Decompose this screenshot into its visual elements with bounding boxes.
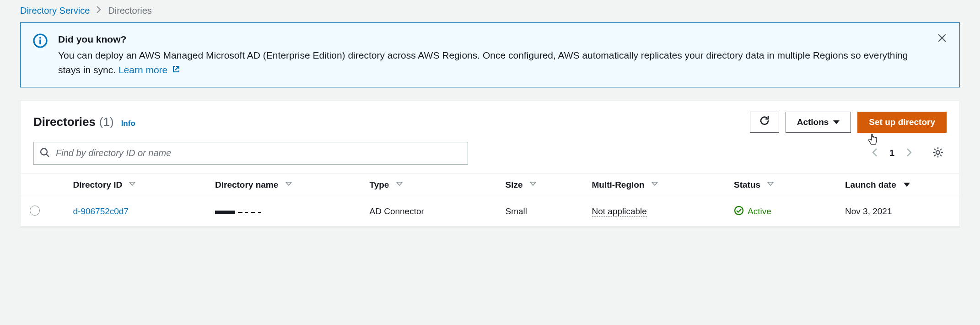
row-select-radio[interactable]	[30, 206, 40, 216]
setup-directory-button[interactable]: Set up directory	[857, 112, 947, 133]
page-next-button[interactable]	[903, 144, 915, 162]
gear-icon	[932, 153, 944, 160]
filter-icon	[530, 180, 536, 190]
column-type[interactable]: Type	[361, 173, 496, 197]
column-label: Directory name	[215, 180, 278, 190]
page-number: 1	[889, 148, 894, 158]
search-wrap	[33, 142, 468, 165]
close-icon	[937, 33, 947, 44]
status-label: Active	[748, 206, 771, 217]
column-size[interactable]: Size	[496, 173, 583, 197]
search-input[interactable]	[33, 142, 468, 165]
panel-count: (1)	[99, 115, 114, 129]
external-link-icon	[172, 65, 180, 75]
breadcrumb-current: Directories	[108, 5, 152, 16]
panel-title: Directories (1) Info	[33, 115, 135, 129]
refresh-button[interactable]	[750, 112, 779, 133]
actions-dropdown-button[interactable]: Actions	[786, 112, 851, 133]
column-status[interactable]: Status	[725, 173, 836, 197]
column-directory-name[interactable]: Directory name	[206, 173, 361, 197]
svg-point-5	[735, 206, 743, 215]
cell-size: Small	[496, 197, 583, 226]
svg-point-3	[41, 148, 47, 155]
column-label: Status	[734, 180, 760, 190]
banner-title: Did you know?	[58, 32, 921, 47]
svg-point-4	[936, 151, 940, 154]
cell-type: AD Connector	[361, 197, 496, 226]
panel-actions: Actions Set up directory	[750, 112, 947, 133]
pagination: 1	[868, 144, 947, 162]
learn-more-label: Learn more	[118, 65, 167, 75]
status-ok-icon	[734, 206, 744, 218]
table-settings-button[interactable]	[929, 144, 947, 162]
sort-desc-icon	[903, 180, 910, 190]
filter-icon	[129, 180, 135, 190]
filter-icon	[767, 180, 774, 190]
setup-directory-label: Set up directory	[869, 117, 935, 127]
chevron-left-icon	[871, 152, 878, 159]
chevron-right-icon	[96, 5, 102, 16]
actions-label: Actions	[797, 117, 829, 127]
breadcrumb: Directory Service Directories	[0, 0, 980, 22]
filter-icon	[285, 180, 292, 190]
column-label: Directory ID	[73, 180, 123, 190]
search-icon	[40, 147, 50, 159]
directories-table: Directory ID Directory name Type	[21, 173, 959, 227]
info-banner: Did you know? You can deploy an AWS Mana…	[20, 22, 960, 87]
filter-icon	[652, 180, 658, 190]
column-label: Multi-Region	[592, 180, 645, 190]
redacted-name	[215, 211, 261, 214]
column-select	[21, 173, 64, 197]
cell-status: Active	[725, 197, 836, 226]
learn-more-link[interactable]: Learn more	[118, 65, 180, 75]
directory-id-link[interactable]: d-906752c0d7	[73, 206, 129, 216]
column-directory-id[interactable]: Directory ID	[64, 173, 206, 197]
info-icon	[32, 32, 49, 49]
svg-rect-2	[39, 40, 41, 44]
banner-body: You can deploy an AWS Managed Microsoft …	[58, 50, 908, 76]
column-launch-date[interactable]: Launch date	[836, 173, 959, 197]
column-label: Type	[370, 180, 389, 190]
svg-point-1	[39, 37, 41, 39]
caret-down-icon	[833, 120, 840, 124]
breadcrumb-root-link[interactable]: Directory Service	[20, 5, 90, 16]
chevron-right-icon	[905, 152, 913, 159]
banner-body-wrap: You can deploy an AWS Managed Microsoft …	[58, 48, 921, 78]
panel-info-link[interactable]: Info	[121, 119, 135, 128]
panel-tools: 1	[21, 137, 959, 173]
cell-multi-region: Not applicable	[583, 197, 725, 226]
refresh-icon	[759, 115, 770, 129]
cell-directory-name	[206, 197, 361, 226]
column-label: Launch date	[845, 180, 896, 190]
panel-header: Directories (1) Info Actions Set up dire…	[21, 101, 959, 137]
filter-icon	[396, 180, 403, 190]
multi-region-value: Not applicable	[592, 206, 647, 217]
close-banner-button[interactable]	[935, 31, 949, 46]
column-label: Size	[506, 180, 523, 190]
column-multi-region[interactable]: Multi-Region	[583, 173, 725, 197]
cell-launch-date: Nov 3, 2021	[836, 197, 959, 226]
page-prev-button[interactable]	[868, 144, 881, 162]
panel-title-text: Directories	[33, 115, 96, 129]
directories-panel: Directories (1) Info Actions Set up dire…	[20, 100, 960, 227]
table-row[interactable]: d-906752c0d7 AD Connector Small Not appl…	[21, 197, 959, 226]
